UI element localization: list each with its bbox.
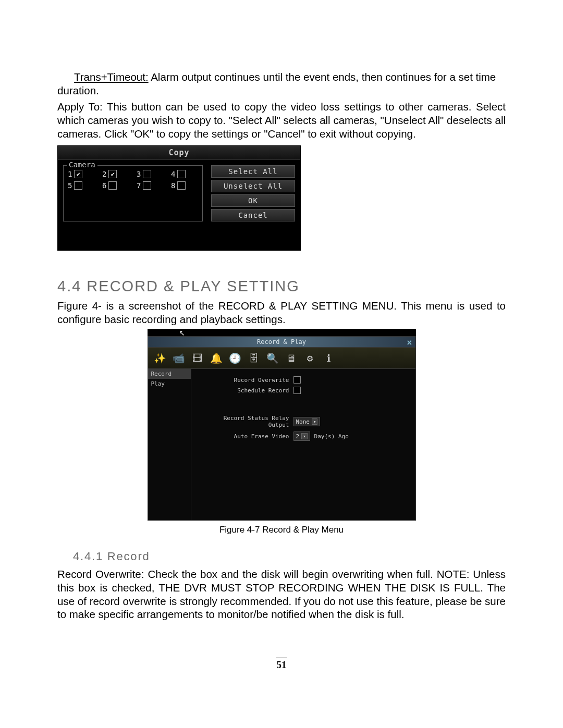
camera-icon[interactable]: 📹 [171, 351, 187, 365]
wizard-icon[interactable]: ✨ [152, 351, 168, 365]
para-apply-to: Apply To: This button can be used to cop… [57, 100, 506, 140]
label-auto-erase-video: Auto Erase Video [201, 433, 289, 440]
record-icon[interactable]: 🎞 [190, 351, 205, 365]
camera-3[interactable]: 3 [137, 170, 164, 178]
page-number: 51 [57, 658, 506, 671]
label-apply-to: Apply To: [57, 101, 103, 113]
record-play-screenshot: ↖ Record & Play × ✨ 📹 🎞 🔔 🕘 🗄 🔍 🖥 ⚙ ℹ [148, 329, 416, 521]
camera-grid: 1✔ 2✔ 3 4 5 6 7 8 [68, 170, 198, 190]
unselect-all-button[interactable]: Unselect All [211, 180, 295, 192]
copy-dialog-title: Copy [58, 146, 300, 160]
network-icon[interactable]: 🗄 [246, 351, 262, 365]
camera-4[interactable]: 4 [171, 170, 198, 178]
schedule-icon[interactable]: 🕘 [227, 351, 243, 365]
close-icon[interactable]: × [407, 337, 412, 348]
record-play-sidebar: Record Play [148, 369, 191, 520]
camera-8[interactable]: 8 [171, 181, 198, 190]
settings-icon[interactable]: ⚙ [302, 351, 318, 365]
heading-record-play-setting: 4.4 RECORD & PLAY SETTING [57, 278, 506, 295]
record-status-relay-select[interactable]: None▾ [293, 417, 321, 426]
label-record-overwrite: Record Overwrite [201, 377, 289, 384]
checkbox-icon [177, 170, 186, 178]
label-record-status-relay: Record Status Relay Output [201, 415, 289, 428]
alarm-icon[interactable]: 🔔 [209, 351, 224, 365]
camera-7[interactable]: 7 [137, 181, 164, 190]
camera-legend: Camera [67, 161, 97, 169]
record-overwrite-checkbox[interactable] [293, 376, 301, 384]
text-apply-to: This button can be used to copy the vide… [57, 101, 506, 139]
camera-1[interactable]: 1✔ [68, 170, 95, 178]
schedule-record-checkbox[interactable] [293, 387, 301, 394]
heading-record: 4.4.1 Record [73, 550, 506, 563]
record-play-main: Record Overwrite Schedule Record Record … [191, 369, 415, 520]
para-trans-timeout: Trans+Timeout: Alarm output continues un… [57, 70, 506, 97]
ok-button[interactable]: OK [211, 194, 295, 207]
label-trans-timeout: Trans+Timeout: [74, 71, 149, 83]
record-play-titlebar: Record & Play × [148, 337, 415, 347]
camera-2[interactable]: 2✔ [102, 170, 129, 178]
para-record-overwrite: Record Overwrite: Check the box and the … [57, 567, 506, 621]
cancel-button[interactable]: Cancel [211, 209, 295, 221]
label-days-ago: Day(s) Ago [314, 433, 349, 440]
checkbox-icon [143, 181, 151, 190]
sidebar-item-record[interactable]: Record [148, 369, 191, 379]
checkbox-icon: ✔ [74, 170, 82, 178]
camera-fieldset: Camera 1✔ 2✔ 3 4 5 6 7 8 [63, 165, 203, 221]
select-all-button[interactable]: Select All [211, 165, 295, 178]
copy-dialog: Copy Camera 1✔ 2✔ 3 4 5 6 7 8 Select All… [57, 145, 301, 251]
chevron-down-icon: ▾ [312, 418, 317, 425]
auto-erase-video-select[interactable]: 2▾ [293, 431, 310, 441]
info-icon[interactable]: ℹ [321, 351, 337, 365]
checkbox-icon: ✔ [108, 170, 117, 178]
search-icon[interactable]: 🔍 [265, 351, 280, 365]
label-schedule-record: Schedule Record [201, 387, 289, 394]
camera-6[interactable]: 6 [102, 181, 129, 190]
record-play-toolbar: ✨ 📹 🎞 🔔 🕘 🗄 🔍 🖥 ⚙ ℹ [148, 347, 415, 369]
chevron-down-icon: ▾ [301, 433, 307, 439]
checkbox-icon [177, 181, 186, 190]
record-play-title: Record & Play [257, 338, 306, 346]
checkbox-icon [143, 170, 151, 178]
checkbox-icon [108, 181, 117, 190]
sidebar-item-play[interactable]: Play [148, 379, 191, 389]
camera-5[interactable]: 5 [68, 181, 95, 190]
cursor-icon: ↖ [148, 329, 416, 336]
para-record-play-intro: Figure 4- is a screenshot of the RECORD … [57, 299, 506, 326]
checkbox-icon [74, 181, 82, 190]
figure-caption: Figure 4-7 Record & Play Menu [57, 525, 506, 535]
display-icon[interactable]: 🖥 [284, 351, 299, 365]
